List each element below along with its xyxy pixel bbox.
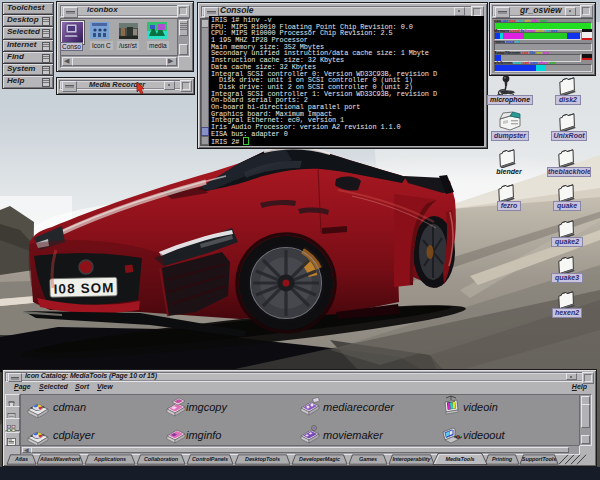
svg-text:DeveloperMagic: DeveloperMagic: [299, 456, 340, 462]
svg-text:MediaTools: MediaTools: [445, 456, 474, 462]
svg-text:Games: Games: [359, 456, 377, 462]
svg-text:I08 SOM: I08 SOM: [53, 280, 113, 296]
svg-text:Printing: Printing: [492, 456, 513, 462]
svg-text:DesktopTools: DesktopTools: [245, 456, 280, 462]
svg-text:Alias/Wavefront: Alias/Wavefront: [39, 456, 81, 462]
svg-text:Atlas: Atlas: [14, 456, 28, 462]
svg-text:Interoperability: Interoperability: [392, 456, 431, 462]
svg-text:Applications: Applications: [93, 456, 126, 462]
svg-text:SupportTools: SupportTools: [522, 456, 556, 462]
svg-text:Collaboration: Collaboration: [144, 456, 179, 462]
svg-text:ControlPanels: ControlPanels: [192, 456, 228, 462]
